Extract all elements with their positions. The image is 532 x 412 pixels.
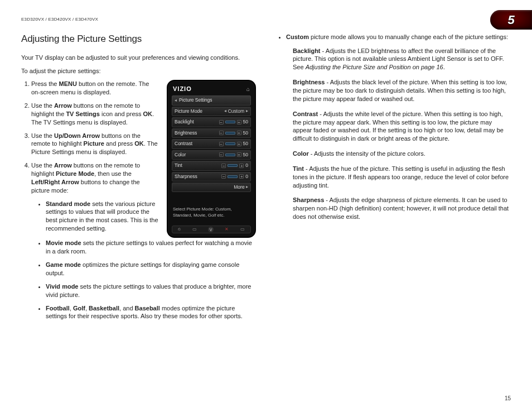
setting-color: Color - Adjusts the intensity of the pic…	[293, 150, 511, 158]
value: 50	[243, 141, 248, 147]
label: Backlight	[175, 119, 194, 125]
text: , then use the	[94, 170, 132, 177]
value: 50	[243, 130, 248, 136]
text: picture mode allows you to manually chan…	[309, 33, 508, 40]
plus-icon: +	[239, 174, 244, 179]
tv-title-text: Picture Settings	[179, 97, 212, 103]
page-header: E3D320VX / E3D420VX / E3D470VX	[21, 17, 511, 23]
intro-paragraph: Your TV display can be adjusted to suit …	[21, 54, 256, 62]
bold: Brightness	[293, 79, 325, 85]
mode-movie: Movie mode sets the picture settings to …	[46, 239, 256, 256]
tv-help-text: Select Picture Mode: Custom, Standard, M…	[172, 207, 251, 221]
text: , and	[119, 305, 135, 312]
value: 50	[243, 152, 248, 158]
bold: Golf	[73, 305, 85, 312]
manual-page: E3D320VX / E3D420VX / E3D470VX 5 Adjusti…	[0, 0, 532, 412]
step-2: Use the Arrow buttons on the remote to h…	[31, 102, 161, 127]
tv-row-tint: Tint −+0	[172, 161, 251, 170]
bold: Color	[293, 150, 309, 157]
mode-sports: Football, Golf, Basketball, and Baseball…	[46, 304, 256, 321]
bold: Tint	[293, 165, 304, 172]
content-columns: Adjusting the Picture Settings Your TV d…	[21, 33, 511, 401]
label: Contrast	[175, 141, 192, 147]
label: Color	[175, 152, 186, 158]
close-icon: ✕	[225, 227, 229, 233]
label: Picture Mode	[175, 108, 202, 114]
bold: Picture Mode	[56, 170, 94, 177]
right-column: Custom picture mode allows you to manual…	[276, 33, 511, 401]
bold: Movie mode	[46, 239, 81, 246]
bold: Sharpness	[293, 197, 324, 203]
mode-list-inner: Standard mode sets the various picture s…	[31, 200, 159, 233]
text: - Adjusts the edge sharpness of picture …	[293, 197, 509, 220]
text: Use the	[31, 132, 54, 139]
tv-screenshot: VIZIO ⌂ ◂ Picture Settings Picture Mode …	[167, 80, 256, 238]
slider-icon	[225, 142, 235, 145]
vizio-icon: V	[208, 227, 214, 232]
tv-footer: ⎋ ▭ V ✕ ▭	[172, 226, 251, 233]
text: - Adjusts the hue of the picture. This s…	[293, 165, 509, 189]
tv-row-sharpness: Sharpness −+0	[172, 172, 251, 181]
italic: Adjusting the Picture Size and Position …	[306, 64, 443, 70]
steps-list: Press the MENU button on the remote. The…	[21, 80, 161, 233]
slider-icon	[225, 132, 235, 135]
right-caret-icon: ▸	[246, 184, 248, 190]
bold: Custom	[286, 33, 309, 40]
bold: Up/Down Arrow	[54, 132, 100, 139]
more-icon: ▭	[240, 227, 245, 233]
bold: Arrow	[54, 162, 72, 169]
value: 50	[243, 119, 248, 125]
plus-icon: +	[239, 164, 244, 168]
text: Use the	[31, 102, 54, 109]
model-line: E3D320VX / E3D420VX / E3D470VX	[21, 17, 98, 23]
custom-settings-list: Backlight - Adjusts the LED brightness t…	[276, 47, 511, 221]
value: Custom	[228, 108, 244, 114]
plus-icon: +	[237, 131, 241, 135]
widgets-icon: ▭	[192, 227, 197, 233]
tv-menu-title: ◂ Picture Settings	[172, 95, 251, 105]
tv-row-more: More ▸	[172, 183, 251, 192]
mode-game: Game mode optimizes the picture settings…	[46, 261, 256, 277]
bold: TV Settings	[66, 111, 100, 117]
text: - Adjusts the white level of the picture…	[293, 111, 504, 142]
tv-row-contrast: Contrast −+50	[172, 139, 251, 148]
steps-text: Press the MENU button on the remote. The…	[21, 80, 161, 238]
bold: Standard mode	[46, 200, 90, 207]
text: Press the	[31, 80, 59, 87]
bold: Basketball	[89, 305, 119, 312]
slider-icon	[225, 154, 235, 156]
step-4: Use the Arrow buttons on the remote to h…	[31, 161, 161, 233]
setting-sharpness: Sharpness - Adjusts the edge sharpness o…	[293, 196, 511, 221]
left-column: Adjusting the Picture Settings Your TV d…	[21, 33, 256, 401]
tv-brand: VIZIO	[173, 85, 192, 93]
text: - Adjusts the black level of the picture…	[293, 79, 507, 102]
minus-icon: −	[219, 131, 224, 135]
bold: Football	[46, 305, 70, 312]
bold: OK	[134, 140, 144, 147]
step-3: Use the Up/Down Arrow buttons on the rem…	[31, 132, 161, 157]
section-title: Adjusting the Picture Settings	[21, 33, 256, 46]
setting-contrast: Contrast - Adjusts the white level of th…	[293, 110, 511, 143]
bold: Baseball	[135, 305, 160, 312]
mode-list-continued: Movie mode sets the picture settings to …	[21, 239, 256, 320]
setting-brightness: Brightness - Adjusts the black level of …	[293, 78, 511, 103]
bold: Picture	[84, 140, 104, 147]
label: More	[234, 184, 244, 190]
custom-mode: Custom picture mode allows you to manual…	[286, 33, 511, 41]
mode-standard: Standard mode sets the various picture s…	[46, 200, 159, 233]
bold: Backlight	[293, 47, 321, 54]
text: and press	[104, 140, 134, 147]
right-caret-icon: ▸	[246, 108, 248, 114]
lead-paragraph: To adjust the picture settings:	[21, 67, 256, 75]
tv-row-backlight: Backlight −+50	[172, 117, 251, 127]
plus-icon: +	[237, 142, 241, 146]
minus-icon: −	[219, 152, 224, 157]
custom-bullet: Custom picture mode allows you to manual…	[276, 33, 511, 41]
minus-icon: −	[219, 120, 224, 124]
bold: Game mode	[46, 261, 81, 268]
label: Tint	[175, 162, 182, 169]
back-caret-icon: ◂	[175, 98, 177, 104]
steps-with-screenshot: Press the MENU button on the remote. The…	[21, 80, 256, 238]
wifi-icon: ⎋	[178, 227, 181, 233]
page-number: 15	[505, 395, 511, 403]
